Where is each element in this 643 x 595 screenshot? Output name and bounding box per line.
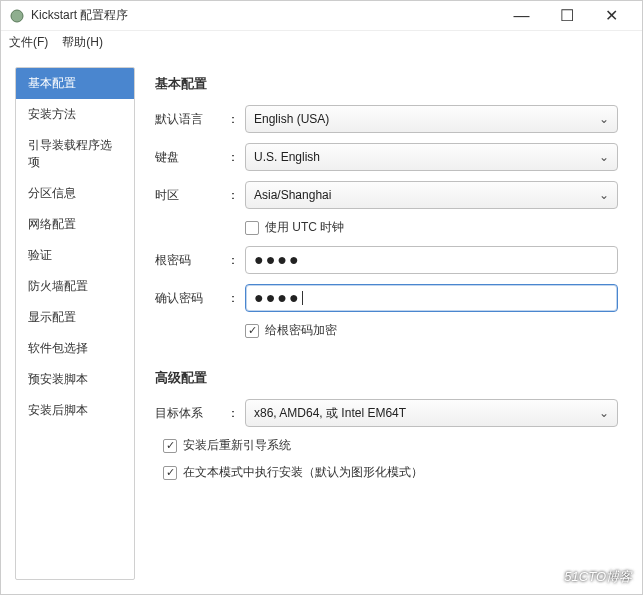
- sidebar-item-firewall[interactable]: 防火墙配置: [16, 271, 134, 302]
- sidebar-item-postscript[interactable]: 安装后脚本: [16, 395, 134, 426]
- row-arch: 目标体系 ： x86, AMD64, 或 Intel EM64T ⌄: [155, 399, 618, 427]
- reboot-label: 安装后重新引导系统: [183, 437, 291, 454]
- app-icon: [9, 8, 25, 24]
- lang-label: 默认语言: [155, 111, 227, 128]
- confirmpw-value: ●●●●: [254, 290, 301, 306]
- keyboard-select[interactable]: U.S. English ⌄: [245, 143, 618, 171]
- tz-select[interactable]: Asia/Shanghai ⌄: [245, 181, 618, 209]
- colon: ：: [227, 405, 239, 422]
- window-title: Kickstart 配置程序: [31, 7, 499, 24]
- row-lang: 默认语言 ： English (USA) ⌄: [155, 105, 618, 133]
- utc-label: 使用 UTC 时钟: [265, 219, 344, 236]
- basic-heading: 基本配置: [155, 75, 618, 93]
- rootpw-value: ●●●●: [254, 252, 301, 268]
- text-cursor: [302, 291, 303, 305]
- confirmpw-input[interactable]: ●●●●: [245, 284, 618, 312]
- reboot-checkbox[interactable]: [163, 439, 177, 453]
- utc-checkbox[interactable]: [245, 221, 259, 235]
- row-rootpw: 根密码 ： ●●●●: [155, 246, 618, 274]
- textmode-checkbox[interactable]: [163, 466, 177, 480]
- sidebar-item-display[interactable]: 显示配置: [16, 302, 134, 333]
- window-controls: — ☐ ✕: [499, 1, 634, 31]
- rootpw-input[interactable]: ●●●●: [245, 246, 618, 274]
- minimize-button[interactable]: —: [499, 1, 544, 31]
- textmode-label: 在文本模式中执行安装（默认为图形化模式）: [183, 464, 423, 481]
- row-textmode: 在文本模式中执行安装（默认为图形化模式）: [155, 464, 618, 481]
- menubar: 文件(F) 帮助(H): [1, 31, 642, 53]
- row-confirmpw: 确认密码 ： ●●●●: [155, 284, 618, 312]
- tz-value: Asia/Shanghai: [254, 188, 331, 202]
- sidebar-item-install-method[interactable]: 安装方法: [16, 99, 134, 130]
- row-utc: 使用 UTC 时钟: [155, 219, 618, 236]
- keyboard-label: 键盘: [155, 149, 227, 166]
- rootpw-label: 根密码: [155, 252, 227, 269]
- close-button[interactable]: ✕: [589, 1, 634, 31]
- encrypt-label: 给根密码加密: [265, 322, 337, 339]
- advanced-heading: 高级配置: [155, 369, 618, 387]
- chevron-down-icon: ⌄: [599, 112, 609, 126]
- row-reboot: 安装后重新引导系统: [155, 437, 618, 454]
- chevron-down-icon: ⌄: [599, 150, 609, 164]
- colon: ：: [227, 187, 239, 204]
- lang-select[interactable]: English (USA) ⌄: [245, 105, 618, 133]
- content-area: 基本配置 安装方法 引导装载程序选项 分区信息 网络配置 验证 防火墙配置 显示…: [1, 53, 642, 594]
- watermark: 51CTO博客: [564, 568, 632, 586]
- sidebar-item-network[interactable]: 网络配置: [16, 209, 134, 240]
- sidebar-item-basic[interactable]: 基本配置: [16, 68, 134, 99]
- main-panel: 基本配置 默认语言 ： English (USA) ⌄ 键盘 ： U.S. En…: [155, 67, 628, 580]
- row-encrypt: 给根密码加密: [155, 322, 618, 339]
- arch-select[interactable]: x86, AMD64, 或 Intel EM64T ⌄: [245, 399, 618, 427]
- row-timezone: 时区 ： Asia/Shanghai ⌄: [155, 181, 618, 209]
- encrypt-checkbox[interactable]: [245, 324, 259, 338]
- arch-label: 目标体系: [155, 405, 227, 422]
- lang-value: English (USA): [254, 112, 329, 126]
- colon: ：: [227, 290, 239, 307]
- sidebar-item-bootloader[interactable]: 引导装载程序选项: [16, 130, 134, 178]
- colon: ：: [227, 149, 239, 166]
- sidebar-item-packages[interactable]: 软件包选择: [16, 333, 134, 364]
- confirmpw-label: 确认密码: [155, 290, 227, 307]
- colon: ：: [227, 111, 239, 128]
- sidebar-item-auth[interactable]: 验证: [16, 240, 134, 271]
- svg-point-0: [11, 10, 23, 22]
- arch-value: x86, AMD64, 或 Intel EM64T: [254, 405, 406, 422]
- menu-help[interactable]: 帮助(H): [62, 34, 103, 51]
- chevron-down-icon: ⌄: [599, 188, 609, 202]
- colon: ：: [227, 252, 239, 269]
- sidebar-item-partition[interactable]: 分区信息: [16, 178, 134, 209]
- sidebar: 基本配置 安装方法 引导装载程序选项 分区信息 网络配置 验证 防火墙配置 显示…: [15, 67, 135, 580]
- menu-file[interactable]: 文件(F): [9, 34, 48, 51]
- row-keyboard: 键盘 ： U.S. English ⌄: [155, 143, 618, 171]
- chevron-down-icon: ⌄: [599, 406, 609, 420]
- sidebar-item-prescript[interactable]: 预安装脚本: [16, 364, 134, 395]
- titlebar: Kickstart 配置程序 — ☐ ✕: [1, 1, 642, 31]
- tz-label: 时区: [155, 187, 227, 204]
- keyboard-value: U.S. English: [254, 150, 320, 164]
- maximize-button[interactable]: ☐: [544, 1, 589, 31]
